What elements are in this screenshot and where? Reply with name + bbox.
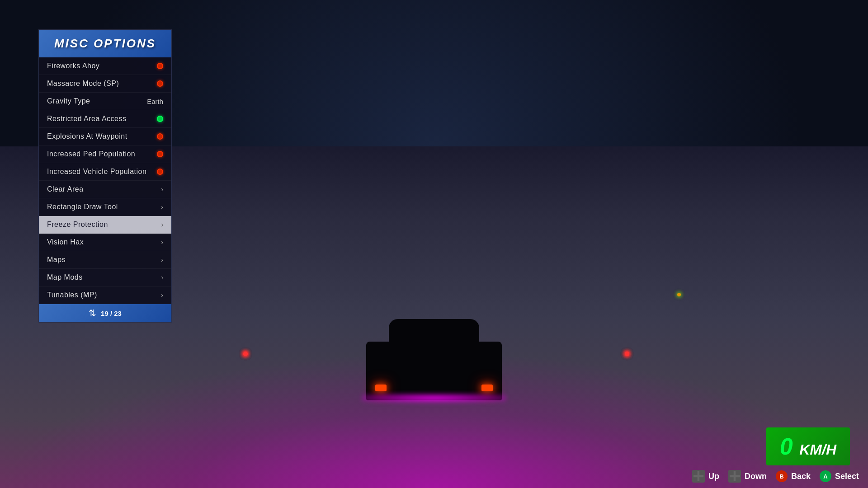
arrow-map-mods: › bbox=[161, 274, 163, 281]
hint-select-label: Select bbox=[835, 472, 859, 481]
menu-item-map-mods[interactable]: Map Mods › bbox=[39, 269, 171, 286]
item-label-restricted-area: Restricted Area Access bbox=[47, 115, 127, 123]
menu-item-massacre-mode[interactable]: Massacre Mode (SP) bbox=[39, 75, 171, 93]
speed-value: 0 bbox=[780, 433, 794, 460]
item-label-fireworks-ahoy: Fireworks Ahoy bbox=[47, 62, 99, 70]
hint-down: Down bbox=[728, 470, 767, 483]
menu-item-gravity-type[interactable]: Gravity Type Earth bbox=[39, 93, 171, 110]
arrow-tunables-mp: › bbox=[161, 291, 163, 299]
scroll-arrows-icon: ⇅ bbox=[89, 308, 96, 319]
arrow-vision-hax: › bbox=[161, 239, 163, 246]
back-button-icon: B bbox=[776, 470, 788, 482]
menu-title: MISC OPTIONS bbox=[48, 37, 162, 51]
menu-footer: ⇅ 19 / 23 bbox=[39, 304, 171, 322]
toggle-restricted-area bbox=[157, 116, 163, 122]
dpad-down-icon bbox=[728, 470, 741, 483]
menu-item-increased-ped[interactable]: Increased Ped Population bbox=[39, 145, 171, 163]
taillight-right bbox=[481, 385, 493, 391]
menu-header: MISC OPTIONS bbox=[39, 30, 171, 57]
menu-items-list: Fireworks Ahoy Massacre Mode (SP) Gravit… bbox=[39, 57, 171, 304]
toggle-increased-ped bbox=[157, 151, 163, 157]
item-label-increased-ped: Increased Ped Population bbox=[47, 150, 135, 158]
toggle-fireworks-ahoy bbox=[157, 63, 163, 69]
hint-select: A Select bbox=[820, 470, 859, 482]
item-label-freeze-protection: Freeze Protection bbox=[47, 221, 108, 229]
menu-item-fireworks-ahoy[interactable]: Fireworks Ahoy bbox=[39, 57, 171, 75]
hint-up-label: Up bbox=[708, 472, 719, 481]
speed-indicator: 0 KM/H bbox=[766, 427, 850, 465]
item-value-gravity-type: Earth bbox=[147, 98, 163, 105]
item-label-massacre-mode: Massacre Mode (SP) bbox=[47, 80, 119, 88]
neon-underglow bbox=[362, 394, 506, 403]
taillight-left bbox=[375, 385, 387, 391]
item-label-tunables-mp: Tunables (MP) bbox=[47, 291, 97, 299]
misc-options-menu: MISC OPTIONS Fireworks Ahoy Massacre Mod… bbox=[38, 29, 172, 323]
arrow-maps: › bbox=[161, 256, 163, 263]
menu-item-explosions-waypoint[interactable]: Explosions At Waypoint bbox=[39, 128, 171, 145]
menu-item-increased-vehicle[interactable]: Increased Vehicle Population bbox=[39, 163, 171, 181]
hint-back-label: Back bbox=[791, 472, 811, 481]
menu-item-restricted-area[interactable]: Restricted Area Access bbox=[39, 110, 171, 128]
menu-item-tunables-mp[interactable]: Tunables (MP) › bbox=[39, 286, 171, 304]
item-label-gravity-type: Gravity Type bbox=[47, 97, 90, 105]
item-label-increased-vehicle: Increased Vehicle Population bbox=[47, 168, 146, 176]
item-label-rectangle-draw: Rectangle Draw Tool bbox=[47, 203, 118, 211]
speed-unit: KM/H bbox=[799, 441, 836, 458]
arrow-rectangle-draw: › bbox=[161, 203, 163, 211]
item-label-explosions-waypoint: Explosions At Waypoint bbox=[47, 132, 127, 141]
arrow-freeze-protection: › bbox=[161, 221, 163, 228]
arrow-clear-area: › bbox=[161, 186, 163, 193]
item-label-vision-hax: Vision Hax bbox=[47, 238, 84, 246]
back-button-letter: B bbox=[779, 473, 783, 480]
select-button-letter: A bbox=[823, 473, 827, 480]
pagination-label: 19 / 23 bbox=[101, 310, 122, 317]
item-label-clear-area: Clear Area bbox=[47, 185, 84, 193]
menu-item-freeze-protection[interactable]: Freeze Protection › bbox=[39, 216, 171, 234]
item-label-map-mods: Map Mods bbox=[47, 273, 83, 282]
hint-up: Up bbox=[692, 470, 719, 483]
toggle-increased-vehicle bbox=[157, 169, 163, 175]
hint-down-label: Down bbox=[745, 472, 767, 481]
menu-item-rectangle-draw[interactable]: Rectangle Draw Tool › bbox=[39, 198, 171, 216]
toggle-explosions-waypoint bbox=[157, 133, 163, 140]
dpad-up-icon bbox=[692, 470, 705, 483]
item-label-maps: Maps bbox=[47, 256, 66, 264]
controller-hints: Up Down B Back A Select bbox=[692, 470, 859, 483]
menu-item-clear-area[interactable]: Clear Area › bbox=[39, 181, 171, 198]
select-button-icon: A bbox=[820, 470, 831, 482]
car-silhouette bbox=[357, 310, 511, 400]
menu-item-maps[interactable]: Maps › bbox=[39, 251, 171, 269]
toggle-massacre-mode bbox=[157, 80, 163, 87]
hint-back: B Back bbox=[776, 470, 811, 482]
menu-item-vision-hax[interactable]: Vision Hax › bbox=[39, 234, 171, 251]
